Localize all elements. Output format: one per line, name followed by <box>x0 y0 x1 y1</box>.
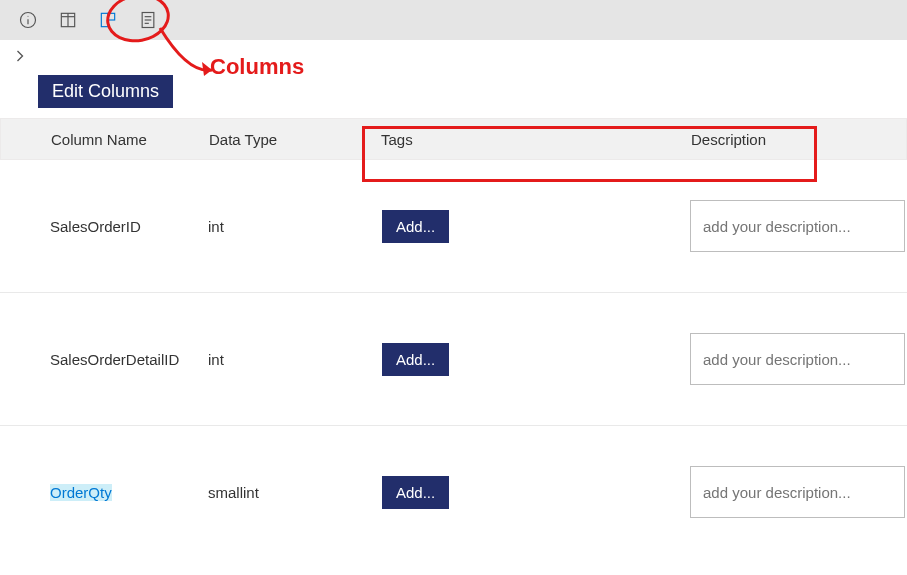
table-row: SalesOrderDetailID int Add... <box>0 293 907 426</box>
table-row: OrderQty smallint Add... <box>0 426 907 558</box>
header-description: Description <box>661 131 906 148</box>
svg-rect-6 <box>101 13 108 26</box>
header-column-name: Column Name <box>1 131 201 148</box>
header-row: Column Name Data Type Tags Description <box>0 118 907 160</box>
chevron-right-icon[interactable] <box>10 46 30 66</box>
add-tag-button[interactable]: Add... <box>382 210 449 243</box>
toolbar <box>0 0 907 40</box>
data-type-cell: int <box>200 218 350 235</box>
header-tags: Tags <box>351 131 661 148</box>
info-icon[interactable] <box>8 0 48 40</box>
document-icon[interactable] <box>128 0 168 40</box>
table-row: SalesOrderID int Add... <box>0 160 907 293</box>
data-type-cell: int <box>200 351 350 368</box>
add-tag-button[interactable]: Add... <box>382 343 449 376</box>
svg-point-2 <box>28 16 29 17</box>
column-name-cell: SalesOrderID <box>0 218 200 235</box>
collapse-row <box>0 40 907 75</box>
edit-columns-button[interactable]: Edit Columns <box>38 75 173 108</box>
description-input[interactable] <box>690 200 905 252</box>
column-name-link[interactable]: OrderQty <box>50 484 112 501</box>
table-icon[interactable] <box>48 0 88 40</box>
description-input[interactable] <box>690 333 905 385</box>
columns-icon[interactable] <box>88 0 128 40</box>
description-input[interactable] <box>690 466 905 518</box>
columns-grid: Column Name Data Type Tags Description S… <box>0 118 907 558</box>
add-tag-button[interactable]: Add... <box>382 476 449 509</box>
column-name-cell[interactable]: OrderQty <box>0 484 200 501</box>
data-type-cell: smallint <box>200 484 350 501</box>
column-name-cell: SalesOrderDetailID <box>0 351 200 368</box>
header-data-type: Data Type <box>201 131 351 148</box>
svg-rect-7 <box>108 13 115 20</box>
